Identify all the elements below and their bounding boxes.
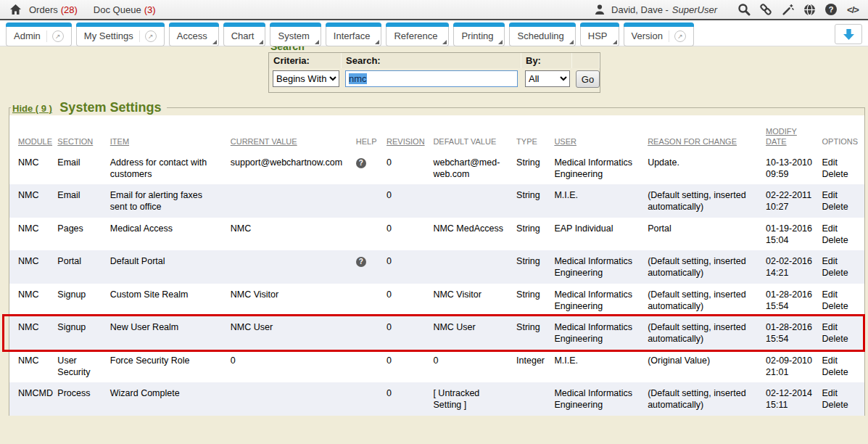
edit-link[interactable]: Edit <box>822 157 859 168</box>
delete-link[interactable]: Delete <box>822 201 859 213</box>
nav-orders[interactable]: Orders (28) <box>29 4 78 15</box>
dropdown-corner-icon <box>613 40 617 44</box>
tab-label: System <box>278 31 309 41</box>
tab-system[interactable]: System <box>270 22 321 46</box>
globe-icon[interactable] <box>801 1 817 17</box>
edit-link[interactable]: Edit <box>822 321 859 333</box>
delete-link[interactable]: Delete <box>822 267 859 279</box>
delete-link[interactable]: Delete <box>822 333 859 345</box>
column-header-reason-for-change[interactable]: REASON FOR CHANGE <box>645 115 763 152</box>
cell-type: String <box>513 152 551 185</box>
external-link-icon[interactable]: ↗ <box>669 30 686 42</box>
tab-scheduling[interactable]: Scheduling <box>509 22 575 46</box>
column-header-current-value[interactable]: CURRENT VALUE <box>228 115 353 152</box>
cell-default-value <box>430 184 513 218</box>
external-link-icon[interactable]: ↗ <box>139 30 157 42</box>
cell-module: NMC <box>9 250 54 284</box>
table-row: NMCMDProcessWizard Complete0[ Untracked … <box>9 382 864 416</box>
tab-printing[interactable]: Printing <box>453 22 505 46</box>
delete-link[interactable]: Delete <box>822 399 859 411</box>
edit-link[interactable]: Edit <box>822 189 859 201</box>
tab-my-settings[interactable]: My Settings↗ <box>76 22 165 46</box>
delete-link[interactable]: Delete <box>822 300 859 312</box>
tab-label: Version <box>632 31 663 41</box>
cell-module: NMC <box>9 218 54 251</box>
tab-chart[interactable]: Chart <box>223 22 266 46</box>
nav-orders-count: (28) <box>61 4 78 15</box>
help-icon[interactable]: ? <box>356 257 366 267</box>
tab-admin[interactable]: Admin↗ <box>6 22 72 46</box>
nav-doc-queue[interactable]: Doc Queue (3) <box>94 4 156 15</box>
go-label-cell <box>572 53 600 68</box>
cell-section: User Security <box>54 350 107 383</box>
column-header-user[interactable]: USER <box>551 115 645 152</box>
edit-link[interactable]: Edit <box>822 355 859 366</box>
cell-module: NMC <box>9 350 54 383</box>
table-row: NMCUser SecurityForce Security Role000In… <box>9 350 864 383</box>
tab-interface[interactable]: Interface <box>326 22 382 46</box>
cell-modify-date: 10-13-2010 09:59 <box>763 152 819 185</box>
dropdown-corner-icon <box>442 40 447 44</box>
cell-user: M.I.E. <box>551 184 645 218</box>
download-button[interactable] <box>835 24 862 44</box>
delete-link[interactable]: Delete <box>822 366 859 378</box>
cell-item: Medical Access <box>107 218 228 251</box>
cell-module: NMC <box>9 284 54 317</box>
edit-link[interactable]: Edit <box>822 223 859 234</box>
cell-type: String <box>513 250 551 284</box>
column-header-module[interactable]: MODULE <box>9 115 54 152</box>
edit-link[interactable]: Edit <box>822 289 859 300</box>
cell-options: EditDelete <box>819 284 864 317</box>
cell-current-value <box>228 184 353 218</box>
column-header-default-value: DEFAULT VALUE <box>430 115 513 152</box>
code-icon[interactable]: </> <box>845 1 861 17</box>
cell-options: EditDelete <box>819 350 864 383</box>
column-header-help: HELP <box>353 115 384 152</box>
column-header-item[interactable]: ITEM <box>107 115 228 152</box>
link-icon[interactable] <box>758 1 774 17</box>
tab-label: Printing <box>461 31 493 41</box>
column-header-revision[interactable]: REVISION <box>384 115 430 152</box>
external-link-icon[interactable]: ↗ <box>46 30 64 42</box>
cell-default-value: NMC Visitor <box>430 284 513 317</box>
delete-link[interactable]: Delete <box>822 234 859 246</box>
cell-help <box>353 284 384 317</box>
cell-revision: 0 <box>384 184 430 218</box>
tab-reference[interactable]: Reference <box>386 22 449 46</box>
wand-icon[interactable] <box>780 1 795 17</box>
search-icon[interactable] <box>736 1 752 17</box>
cell-current-value: 0 <box>228 350 353 383</box>
column-header-modify-date[interactable]: MODIFY DATE <box>763 115 819 152</box>
criteria-select[interactable]: Begins With <box>273 70 339 87</box>
delete-link[interactable]: Delete <box>822 168 859 180</box>
help-icon[interactable]: ? <box>356 158 366 168</box>
go-button[interactable]: Go <box>576 70 600 88</box>
cell-type: String <box>513 284 551 317</box>
tab-label: Interface <box>334 31 371 41</box>
cell-help: ? <box>353 250 384 284</box>
cell-reason: (Default setting, inserted automatically… <box>645 184 763 218</box>
dropdown-corner-icon <box>259 40 263 44</box>
tab-hsp[interactable]: HSP <box>580 22 619 46</box>
cell-item: Wizard Complete <box>107 382 228 416</box>
cell-modify-date: 01-19-2016 15:04 <box>763 218 819 251</box>
home-icon[interactable] <box>7 1 23 17</box>
hide-link[interactable]: Hide ( 9 ) <box>12 103 52 114</box>
help-icon[interactable]: ? <box>823 1 839 17</box>
cell-type: String <box>513 316 551 350</box>
cell-section: Process <box>54 382 107 416</box>
tab-access[interactable]: Access <box>169 22 219 46</box>
cell-options: EditDelete <box>819 250 864 284</box>
cell-section: Pages <box>54 218 107 251</box>
edit-link[interactable]: Edit <box>822 255 859 267</box>
cell-user: Medical Informatics Engineering <box>551 316 645 350</box>
cell-item: New User Realm <box>107 316 228 350</box>
column-header-section[interactable]: SECTION <box>54 115 107 152</box>
edit-link[interactable]: Edit <box>822 387 859 399</box>
search-input[interactable] <box>345 70 518 87</box>
user-menu[interactable]: David, Dave - SuperUser <box>592 1 717 17</box>
user-role: SuperUser <box>672 4 717 15</box>
tab-version[interactable]: Version↗ <box>624 22 694 46</box>
by-select[interactable]: All <box>525 70 570 87</box>
nav-doc-queue-count: (3) <box>144 4 156 15</box>
